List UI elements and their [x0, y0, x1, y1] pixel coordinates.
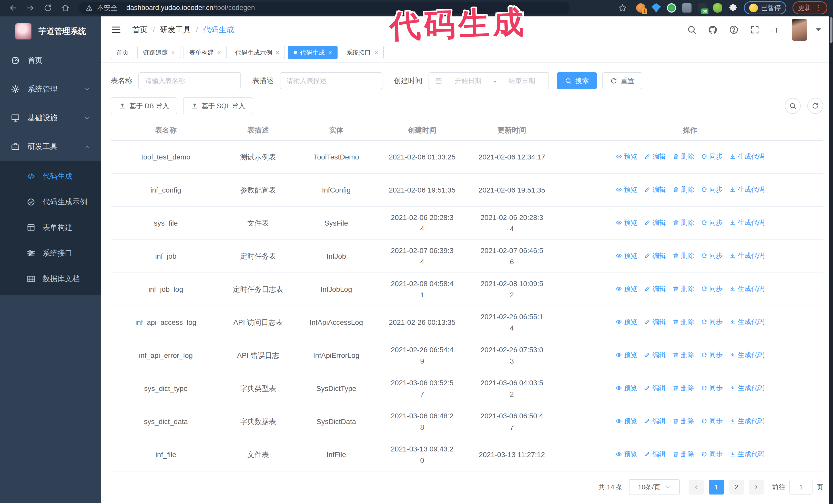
action-edit[interactable]: 编辑: [644, 449, 666, 459]
close-icon[interactable]: ×: [217, 49, 221, 56]
action-sync[interactable]: 同步: [701, 217, 723, 227]
search-icon[interactable]: [687, 25, 697, 34]
github-icon[interactable]: [708, 25, 718, 34]
action-edit[interactable]: 编辑: [644, 250, 666, 261]
action-edit[interactable]: 编辑: [644, 284, 666, 294]
reset-button[interactable]: 重置: [602, 72, 642, 89]
page-button-2[interactable]: 2: [729, 480, 744, 495]
search-button[interactable]: 搜索: [557, 72, 597, 89]
sidebar-subitem-form-builder[interactable]: 表单构建: [0, 215, 101, 240]
extension-icon-green-check[interactable]: [667, 3, 676, 13]
sidebar-subitem-codegen[interactable]: 代码生成: [0, 164, 101, 189]
action-sync[interactable]: 同步: [701, 449, 723, 459]
date-range-picker[interactable]: 开始日期 - 结束日期: [429, 72, 549, 89]
action-delete[interactable]: 删除: [672, 317, 694, 327]
sidebar-subitem-codegen-example[interactable]: 代码生成示例: [0, 189, 101, 215]
browser-forward-button[interactable]: [23, 1, 38, 16]
tab-form-builder[interactable]: 表单构建×: [184, 46, 227, 59]
action-preview[interactable]: 预览: [616, 416, 638, 426]
action-sync[interactable]: 同步: [701, 151, 723, 162]
action-generate[interactable]: 生成代码: [730, 217, 765, 227]
tab-codegen-example[interactable]: 代码生成示例×: [230, 46, 285, 59]
start-date-placeholder[interactable]: 开始日期: [447, 76, 489, 86]
close-icon[interactable]: ×: [171, 49, 175, 56]
action-sync[interactable]: 同步: [701, 383, 723, 393]
action-generate[interactable]: 生成代码: [730, 184, 765, 195]
extension-icon-gem[interactable]: [651, 3, 661, 13]
action-preview[interactable]: 预览: [616, 449, 638, 459]
action-generate[interactable]: 生成代码: [730, 350, 765, 360]
help-icon[interactable]: [729, 25, 739, 34]
sidebar-subitem-api[interactable]: 系统接口: [0, 240, 101, 266]
action-delete[interactable]: 删除: [672, 217, 694, 227]
extension-icon-dark[interactable]: on: [698, 3, 707, 13]
action-preview[interactable]: 预览: [616, 350, 638, 360]
page-button-1[interactable]: 1: [709, 480, 724, 495]
action-preview[interactable]: 预览: [616, 250, 638, 261]
tab-tracing[interactable]: 链路追踪×: [137, 46, 181, 59]
action-delete[interactable]: 删除: [672, 284, 694, 294]
action-generate[interactable]: 生成代码: [730, 284, 765, 294]
action-sync[interactable]: 同步: [701, 350, 723, 360]
import-db-button[interactable]: 基于 DB 导入: [111, 97, 177, 114]
action-preview[interactable]: 预览: [616, 184, 638, 195]
action-generate[interactable]: 生成代码: [730, 250, 765, 261]
user-avatar[interactable]: [792, 19, 807, 41]
action-generate[interactable]: 生成代码: [730, 383, 765, 393]
action-sync[interactable]: 同步: [701, 416, 723, 426]
sidebar-item-dev-tools[interactable]: 研发工具: [0, 132, 101, 161]
action-sync[interactable]: 同步: [701, 250, 723, 261]
action-delete[interactable]: 删除: [672, 250, 694, 261]
browser-back-button[interactable]: [6, 1, 21, 16]
action-delete[interactable]: 删除: [672, 151, 694, 162]
action-generate[interactable]: 生成代码: [730, 416, 765, 426]
extension-icon-grid[interactable]: [682, 3, 691, 13]
table-name-input[interactable]: [138, 72, 241, 89]
action-edit[interactable]: 编辑: [644, 383, 666, 393]
extension-icon-orange[interactable]: 1: [636, 3, 645, 13]
caret-down-icon[interactable]: [813, 25, 823, 34]
font-size-icon[interactable]: tT: [771, 25, 781, 34]
action-preview[interactable]: 预览: [616, 284, 638, 294]
end-date-placeholder[interactable]: 结束日期: [501, 76, 543, 86]
puzzle-icon[interactable]: [729, 3, 738, 13]
action-preview[interactable]: 预览: [616, 217, 638, 227]
sidebar-subitem-db-doc[interactable]: 数据库文档: [0, 266, 101, 292]
extension-icon-android[interactable]: [713, 3, 722, 13]
action-generate[interactable]: 生成代码: [730, 151, 765, 162]
close-icon[interactable]: ×: [375, 49, 378, 56]
close-icon[interactable]: ×: [328, 49, 332, 56]
browser-reload-button[interactable]: [41, 1, 55, 16]
refresh-table-button[interactable]: [807, 98, 823, 114]
prev-page-button[interactable]: [689, 480, 704, 495]
address-bar[interactable]: 不安全 dashboard.yudao.iocoder.cn/tool/code…: [79, 2, 570, 14]
tab-codegen[interactable]: 代码生成×: [288, 46, 337, 59]
tab-api[interactable]: 系统接口×: [341, 46, 384, 59]
tab-home[interactable]: 首页: [111, 46, 134, 59]
bookmark-star-button[interactable]: [615, 1, 630, 16]
next-page-button[interactable]: [749, 480, 764, 495]
scrollbar-thumb[interactable]: [830, 17, 832, 43]
browser-menu-icon[interactable]: ⋮: [815, 6, 822, 9]
action-delete[interactable]: 删除: [672, 416, 694, 426]
sidebar-item-infra[interactable]: 基础设施: [0, 103, 101, 132]
action-sync[interactable]: 同步: [701, 317, 723, 327]
action-preview[interactable]: 预览: [616, 151, 638, 162]
table-desc-input[interactable]: [280, 72, 382, 89]
profile-paused-pill[interactable]: 已暂停: [744, 1, 786, 14]
page-size-select[interactable]: 10条/页: [629, 479, 680, 495]
sidebar-item-system[interactable]: 系统管理: [0, 75, 101, 103]
action-sync[interactable]: 同步: [701, 284, 723, 294]
action-delete[interactable]: 删除: [672, 184, 694, 195]
browser-update-button[interactable]: 更新 ⋮: [792, 1, 827, 14]
action-delete[interactable]: 删除: [672, 449, 694, 459]
action-generate[interactable]: 生成代码: [730, 317, 765, 327]
close-icon[interactable]: ×: [276, 49, 279, 56]
action-edit[interactable]: 编辑: [644, 317, 666, 327]
hamburger-icon[interactable]: [111, 24, 121, 35]
import-sql-button[interactable]: 基于 SQL 导入: [183, 97, 254, 114]
action-edit[interactable]: 编辑: [644, 350, 666, 360]
action-preview[interactable]: 预览: [616, 383, 638, 393]
goto-page-input[interactable]: [789, 480, 812, 495]
action-edit[interactable]: 编辑: [644, 416, 666, 426]
